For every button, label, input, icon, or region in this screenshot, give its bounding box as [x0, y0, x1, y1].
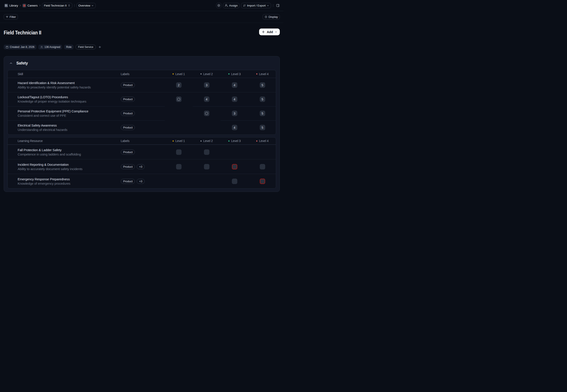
- level-1-dot: [173, 73, 174, 74]
- level-pending-badge[interactable]: [176, 97, 182, 102]
- table-row[interactable]: Lockout/Tagout (LOTO) ProceduresKnowledg…: [8, 92, 276, 106]
- label-chip[interactable]: Product: [121, 164, 135, 169]
- chevron-down-icon: [267, 4, 269, 7]
- column-header-level-3: Level 3: [220, 70, 248, 78]
- dotted-spinner-icon: [205, 112, 208, 115]
- level-value-badge[interactable]: 4: [232, 97, 237, 102]
- level-value-badge[interactable]: 4: [204, 97, 209, 102]
- label-chip[interactable]: Product: [121, 97, 135, 102]
- column-header-level-2: Level 2: [193, 137, 220, 144]
- table-row[interactable]: Hazard Identification & Risk AssessmentA…: [8, 78, 276, 92]
- column-header-level-4: Level 4: [248, 70, 276, 78]
- table-row[interactable]: Fall Protection & Ladder SafetyCompetenc…: [8, 145, 276, 159]
- user-plus-icon: [225, 4, 228, 7]
- side-panel-toggle-button[interactable]: [275, 3, 280, 8]
- display-button-label: Display: [268, 15, 278, 18]
- level-value-badge[interactable]: 5: [260, 97, 265, 102]
- level-flagged-badge[interactable]: [260, 179, 265, 184]
- label-chip[interactable]: +3: [137, 179, 145, 184]
- column-header-resource: Learning Resource: [8, 137, 121, 144]
- row-title: Incident Reporting & Documentation: [18, 163, 69, 166]
- divider: [74, 4, 74, 7]
- level-value-badge[interactable]: 4: [232, 82, 237, 88]
- label-chip[interactable]: Product: [121, 125, 135, 130]
- filter-button[interactable]: Filter: [4, 14, 18, 20]
- level-value-badge[interactable]: 4: [232, 125, 237, 130]
- careers-logo-icon: [22, 4, 26, 7]
- row-title: Lockout/Tagout (LOTO) Procedures: [18, 95, 68, 99]
- import-export-label: Import / Export: [247, 4, 266, 7]
- gear-icon: [217, 4, 220, 7]
- section-title: Safety: [16, 61, 28, 66]
- column-header-skill: Skill: [8, 70, 121, 78]
- row-description: Understanding of electrical hazards: [18, 128, 67, 132]
- row-title: Electrical Safety Awareness: [18, 124, 57, 127]
- table-row[interactable]: Incident Reporting & DocumentationAbilit…: [8, 159, 276, 174]
- level-4-dot: [256, 73, 257, 74]
- plus-icon: [262, 30, 265, 34]
- plus-icon: [98, 45, 101, 49]
- level-empty-badge[interactable]: [176, 164, 182, 169]
- add-button-label: Add: [267, 30, 273, 34]
- page-title: Field Technician II: [4, 30, 41, 36]
- column-header-labels: Labels: [121, 70, 165, 78]
- level-pending-badge[interactable]: [204, 111, 209, 116]
- role-chip-label: Role: [66, 45, 72, 49]
- add-tag-button[interactable]: [98, 45, 101, 49]
- label-chip[interactable]: Product: [121, 179, 135, 184]
- created-date-chip[interactable]: Created: Jan 8, 2026: [4, 45, 36, 49]
- level-4-dot: [256, 140, 257, 141]
- level-value-badge[interactable]: 2: [176, 82, 182, 88]
- view-selector-label: Overview: [78, 4, 90, 7]
- skills-table-header: Skill Labels Level 1 Level 2 Level 3 Lev…: [8, 70, 276, 78]
- filter-button-label: Filter: [10, 15, 16, 18]
- level-value-badge[interactable]: 3: [232, 111, 237, 116]
- level-flagged-badge[interactable]: [232, 164, 237, 169]
- gear-icon: [264, 15, 267, 18]
- level-3-dot: [228, 73, 230, 74]
- chevron-right-icon: [39, 4, 41, 7]
- level-2-dot: [201, 140, 202, 141]
- import-export-button[interactable]: Import / Export: [241, 3, 271, 8]
- top-bar: Library Careers Field Technician II Over…: [0, 0, 284, 11]
- label-chip[interactable]: Product: [121, 150, 135, 155]
- level-value-badge[interactable]: 5: [260, 111, 265, 116]
- level-empty-badge[interactable]: [204, 164, 209, 169]
- chevron-down-icon: [275, 31, 277, 33]
- assign-button[interactable]: Assign: [223, 3, 239, 8]
- column-header-level-1: Level 1: [165, 137, 193, 144]
- table-row[interactable]: Personal Protective Equipment (PPE) Comp…: [8, 106, 276, 120]
- breadcrumb-careers[interactable]: Careers: [28, 4, 38, 7]
- column-header-level-1: Level 1: [165, 70, 193, 78]
- resources-table-header: Learning Resource Labels Level 1 Level 2…: [8, 137, 276, 145]
- level-2-dot: [201, 73, 202, 74]
- level-value-badge[interactable]: 5: [260, 125, 265, 130]
- level-empty-badge[interactable]: [204, 149, 209, 155]
- display-button[interactable]: Display: [262, 14, 280, 20]
- settings-button[interactable]: [216, 3, 221, 8]
- view-selector[interactable]: Overview: [76, 3, 96, 8]
- column-header-level-3: Level 3: [220, 137, 248, 144]
- table-row[interactable]: Emergency Response PreparednessKnowledge…: [8, 174, 276, 188]
- label-chip[interactable]: +3: [137, 164, 145, 169]
- entity-selector[interactable]: Field Technician II: [42, 3, 72, 8]
- table-row[interactable]: Electrical Safety AwarenessUnderstanding…: [8, 120, 276, 135]
- library-books-icon: [4, 4, 8, 7]
- level-empty-badge[interactable]: [176, 149, 182, 155]
- divider: [273, 4, 273, 7]
- row-title: Fall Protection & Ladder Safety: [18, 148, 61, 152]
- level-value-badge[interactable]: 3: [204, 82, 209, 88]
- row-description: Consistent and correct use of PPE: [18, 114, 66, 117]
- resources-table: Learning Resource Labels Level 1 Level 2…: [7, 137, 276, 189]
- role-chip[interactable]: Role: [64, 45, 73, 49]
- breadcrumb-library[interactable]: Library: [9, 4, 18, 7]
- label-chip[interactable]: Product: [121, 83, 135, 87]
- chevron-up-icon[interactable]: [10, 62, 13, 65]
- add-button[interactable]: Add: [259, 28, 280, 35]
- level-empty-badge[interactable]: [232, 179, 237, 184]
- assigned-count-chip[interactable]: 136 Assigned: [38, 45, 62, 49]
- field-service-tag[interactable]: Field Service: [75, 45, 96, 49]
- level-empty-badge[interactable]: [260, 164, 265, 169]
- label-chip[interactable]: Product: [121, 111, 135, 116]
- level-value-badge[interactable]: 5: [260, 82, 265, 88]
